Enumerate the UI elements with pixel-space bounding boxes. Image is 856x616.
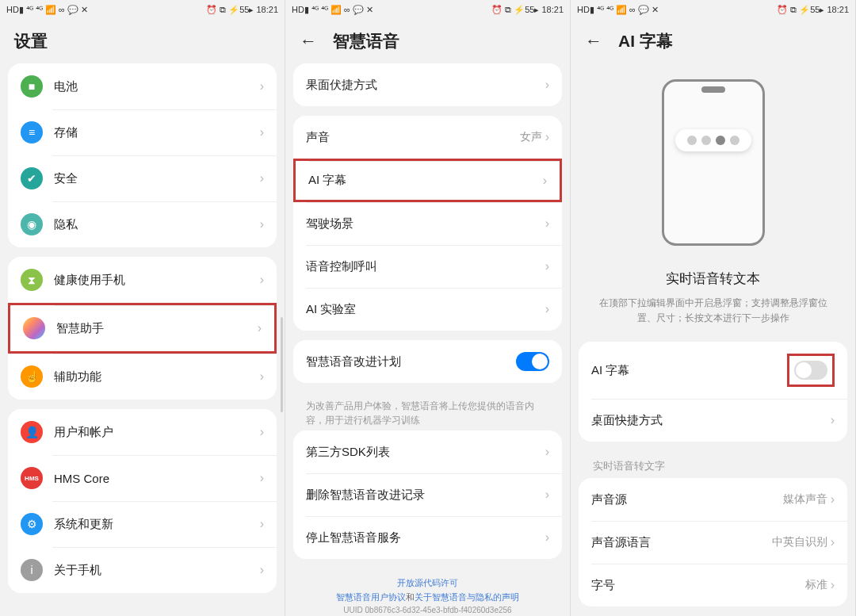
chevron-right-icon: ›	[831, 578, 835, 592]
settings-row[interactable]: 语音控制呼叫›	[293, 245, 562, 288]
row-value: 中英自识别	[772, 535, 827, 549]
row-icon: 👤	[21, 421, 43, 443]
row-label: 存储	[54, 125, 260, 140]
status-right: ⏰ ⧉ ⚡55▸ 18:21	[777, 5, 849, 15]
status-bar: HD▮ ⁴ᴳ ⁴ᴳ 📶 ∞ 💬 ✕ ⏰ ⧉ ⚡55▸ 18:21	[0, 0, 285, 19]
link-open-source[interactable]: 开放源代码许可	[309, 576, 546, 591]
header: ← 智慧语音	[285, 19, 570, 63]
scrollbar[interactable]	[281, 317, 283, 412]
settings-row[interactable]: 字号标准›	[579, 564, 847, 606]
settings-row[interactable]: 驾驶场景›	[293, 202, 562, 245]
content[interactable]: ■电池›≡存储›✔安全›◉隐私› ⧗健康使用手机›智慧助手›☝辅助功能› 👤用户…	[0, 63, 285, 616]
chevron-right-icon: ›	[260, 517, 264, 531]
chevron-right-icon: ›	[260, 369, 264, 384]
back-icon[interactable]: ←	[585, 31, 602, 52]
header: 设置	[0, 19, 285, 63]
settings-row[interactable]: 删除智慧语音改进记录›	[293, 473, 562, 516]
row-label: 删除智慧语音改进记录	[306, 488, 545, 503]
status-right: ⏰ ⧉ ⚡55▸ 18:21	[491, 5, 564, 15]
toggle-highlight	[787, 354, 835, 387]
chevron-right-icon: ›	[260, 425, 264, 439]
settings-row[interactable]: AI 字幕›	[293, 159, 562, 202]
settings-row[interactable]: ≡存储›	[8, 109, 277, 155]
illustration	[579, 63, 847, 254]
settings-row[interactable]: 👤用户和帐户›	[8, 409, 277, 455]
row-label: 声音源	[591, 492, 783, 507]
settings-row[interactable]: 声音女声›	[293, 116, 562, 159]
footer: 开放源代码许可 智慧语音用户协议和关于智慧语音与隐私的声明 UUID 0b867…	[293, 568, 562, 616]
toggle-improvement-plan[interactable]	[516, 352, 549, 371]
back-icon[interactable]: ←	[300, 31, 317, 52]
content[interactable]: 实时语音转文本 在顶部下拉编辑界面中开启悬浮窗；支持调整悬浮窗位置、尺寸；长按文…	[571, 63, 855, 616]
row-label: 健康使用手机	[54, 273, 260, 288]
content[interactable]: 果面伏捷方式 › 声音女声›AI 字幕›驾驶场景›语音控制呼叫›AI 实验室› …	[285, 63, 570, 616]
screen-smart-voice: HD▮ ⁴ᴳ ⁴ᴳ 📶 ∞ 💬 ✕ ⏰ ⧉ ⚡55▸ 18:21 ← 智慧语音 …	[285, 0, 571, 616]
status-bar: HD▮ ⁴ᴳ ⁴ᴳ 📶 ∞ 💬 ✕ ⏰ ⧉ ⚡55▸ 18:21	[571, 0, 855, 19]
screen-settings: HD▮ ⁴ᴳ ⁴ᴳ 📶 ∞ 💬 ✕ ⏰ ⧉ ⚡55▸ 18:21 设置 ■电池›…	[0, 0, 285, 616]
chevron-right-icon: ›	[545, 130, 549, 144]
chevron-right-icon: ›	[260, 79, 264, 94]
chevron-right-icon: ›	[260, 217, 264, 231]
settings-row[interactable]: ⚙系统和更新›	[8, 501, 277, 547]
settings-row[interactable]: ■电池›	[8, 63, 277, 109]
chevron-right-icon: ›	[545, 78, 549, 92]
row-label: 用户和帐户	[54, 425, 260, 440]
row-icon	[23, 317, 45, 339]
row-ai-subtitle-toggle[interactable]: AI 字幕	[579, 342, 847, 399]
screen-ai-subtitle: HD▮ ⁴ᴳ ⁴ᴳ 📶 ∞ 💬 ✕ ⏰ ⧉ ⚡55▸ 18:21 ← AI 字幕…	[571, 0, 856, 616]
settings-row[interactable]: 停止智慧语音服务›	[293, 516, 562, 559]
row-label: 隐私	[54, 217, 260, 232]
row-label: 电池	[54, 79, 260, 94]
chevron-right-icon: ›	[545, 445, 549, 459]
chevron-right-icon: ›	[260, 125, 264, 140]
row-value: 女声	[520, 130, 542, 144]
row-label: 声音	[306, 130, 520, 145]
row-label: HMS Core	[54, 472, 260, 485]
toggle-ai-subtitle[interactable]	[794, 361, 827, 380]
row-label: 停止智慧语音服务	[306, 530, 545, 545]
settings-row[interactable]: AI 实验室›	[293, 288, 562, 331]
row-icon: ■	[21, 75, 43, 98]
link-privacy[interactable]: 关于智慧语音与隐私的声明	[415, 592, 519, 602]
link-user-agreement[interactable]: 智慧语音用户协议	[336, 592, 406, 602]
row-label: 语音控制呼叫	[306, 259, 545, 274]
promo-title: 实时语音转文本	[598, 270, 828, 288]
row-icon: HMS	[21, 467, 43, 489]
row-value: 标准	[805, 578, 827, 592]
chevron-right-icon: ›	[545, 530, 549, 545]
row-label: 智慧助手	[56, 321, 258, 336]
chevron-right-icon: ›	[260, 471, 264, 485]
promo-desc: 在顶部下拉编辑界面中开启悬浮窗；支持调整悬浮窗位置、尺寸；长按文本进行下一步操作	[598, 296, 828, 326]
settings-row[interactable]: ⧗健康使用手机›	[8, 257, 277, 303]
status-bar: HD▮ ⁴ᴳ ⁴ᴳ 📶 ∞ 💬 ✕ ⏰ ⧉ ⚡55▸ 18:21	[285, 0, 570, 19]
settings-row[interactable]: i关于手机›	[8, 547, 277, 593]
settings-row[interactable]: 声音源媒体声音›	[579, 478, 847, 521]
chevron-right-icon: ›	[545, 302, 549, 316]
settings-row[interactable]: ✔安全›	[8, 155, 277, 201]
page-title: 智慧语音	[333, 30, 399, 52]
row-label: AI 实验室	[306, 302, 545, 317]
header: ← AI 字幕	[571, 19, 855, 63]
settings-row[interactable]: 智慧助手›	[8, 303, 277, 354]
row-icon: ✔	[21, 167, 43, 189]
settings-row[interactable]: 第三方SDK列表›	[293, 430, 562, 473]
chevron-right-icon: ›	[260, 563, 264, 577]
chevron-right-icon: ›	[831, 492, 835, 507]
row-desktop-shortcut[interactable]: 果面伏捷方式 ›	[293, 63, 562, 106]
chevron-right-icon: ›	[545, 259, 549, 274]
row-label: 第三方SDK列表	[306, 445, 545, 460]
chevron-right-icon: ›	[545, 488, 549, 502]
settings-row[interactable]: 声音源语言中英自识别›	[579, 521, 847, 564]
row-label: 安全	[54, 171, 260, 186]
settings-row[interactable]: ◉隐私›	[8, 201, 277, 247]
settings-row[interactable]: ☝辅助功能›	[8, 354, 277, 400]
settings-row[interactable]: HMSHMS Core›	[8, 455, 277, 501]
row-label: 字号	[591, 578, 805, 593]
chevron-right-icon: ›	[258, 321, 262, 335]
row-label: 辅助功能	[54, 369, 260, 385]
row-label: 关于手机	[54, 563, 260, 578]
status-left: HD▮ ⁴ᴳ ⁴ᴳ 📶 ∞ 💬 ✕	[292, 5, 373, 15]
chevron-right-icon: ›	[260, 171, 264, 186]
row-improvement-plan[interactable]: 智慧语音改进计划	[293, 340, 562, 383]
row-desktop-shortcut[interactable]: 桌面快捷方式 ›	[579, 399, 847, 442]
